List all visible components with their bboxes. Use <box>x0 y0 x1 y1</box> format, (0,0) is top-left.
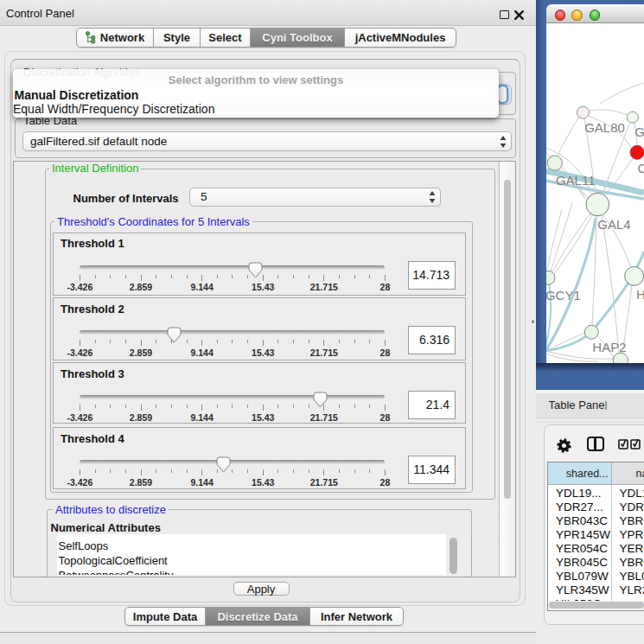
svg-text:GAL11: GAL11 <box>556 173 596 188</box>
svg-text:HAP2: HAP2 <box>592 340 626 354</box>
svg-text:GCY1: GCY1 <box>546 288 581 303</box>
svg-text:GAL7: GAL7 <box>634 124 644 139</box>
svg-text:GAL4: GAL4 <box>597 217 630 232</box>
svg-text:H: H <box>636 287 644 302</box>
svg-text:C: C <box>638 161 644 175</box>
svg-text:GAL80: GAL80 <box>584 120 625 135</box>
